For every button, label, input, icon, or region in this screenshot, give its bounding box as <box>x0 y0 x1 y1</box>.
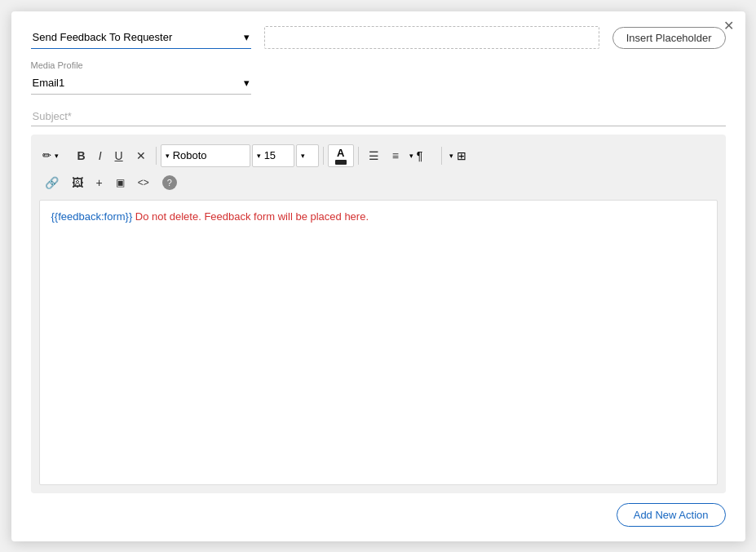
bold-button[interactable]: B <box>72 146 91 166</box>
color-indicator <box>335 160 347 165</box>
italic-button[interactable]: I <box>93 146 108 166</box>
toolbar-row2: 🔗 🖼 + ▣ <> ? <box>39 172 718 193</box>
editor-notice: Do not delete. Feedback form will be pla… <box>132 210 369 223</box>
help-icon: ? <box>162 175 177 190</box>
media-select-wrap: Email1 ▾ <box>31 72 251 95</box>
media-profile-label: Media Profile <box>31 60 251 70</box>
link-button[interactable]: 🔗 <box>39 173 64 192</box>
toolbar-separator-2 <box>323 147 324 165</box>
highlight-dropdown[interactable]: ✏ ▾ <box>39 144 70 167</box>
list-unordered-icon: ☰ <box>369 149 379 162</box>
font-dropdown-chevron-icon: ▾ <box>166 152 170 160</box>
paragraph-icon: ¶ <box>417 149 423 162</box>
code-button[interactable]: <> <box>132 174 155 192</box>
toolbar-row1: ✏ ▾ B I U ✕ ▾ Roboto ▾ 15 ▾ <box>39 144 718 167</box>
toolbar-separator-3 <box>358 147 359 165</box>
embed-icon: ▣ <box>116 177 125 188</box>
list-ordered-button[interactable]: ≡ <box>387 146 405 166</box>
footer-row: Add New Action <box>31 493 726 527</box>
template-code: {{feedback:form}} <box>51 210 133 223</box>
close-button[interactable]: ✕ <box>723 20 734 33</box>
list-unordered-button[interactable]: ☰ <box>363 146 385 166</box>
link-icon: 🔗 <box>45 176 59 189</box>
media-profile-value: Email1 <box>33 77 65 89</box>
media-profile-wrap: Media Profile Email1 ▾ <box>31 60 251 95</box>
paragraph-dropdown-chevron-icon: ▾ <box>409 152 413 160</box>
toolbar-separator-4 <box>441 147 442 165</box>
add-button[interactable]: + <box>91 173 108 192</box>
action-dropdown-chevron: ▾ <box>244 31 250 43</box>
subject-input[interactable] <box>31 106 726 126</box>
highlight-icon: ✏ <box>42 149 51 161</box>
dashed-placeholder-box <box>264 26 599 49</box>
table-icon: ⊞ <box>457 149 466 162</box>
editor-area: ✏ ▾ B I U ✕ ▾ Roboto ▾ 15 ▾ <box>31 135 726 493</box>
action-dropdown-value: Send Feedback To Requester <box>33 31 173 43</box>
image-icon: 🖼 <box>72 176 83 189</box>
underline-button[interactable]: U <box>109 146 129 166</box>
extra-chevron-icon: ▾ <box>301 152 305 160</box>
modal-container: ✕ Send Feedback To Requester ▾ Insert Pl… <box>11 11 745 541</box>
size-dropdown[interactable]: ▾ 15 <box>252 144 294 167</box>
add-icon: + <box>96 176 103 189</box>
font-color-label: A <box>337 147 344 159</box>
size-dropdown-chevron-icon: ▾ <box>257 152 261 160</box>
help-button[interactable]: ? <box>157 172 183 193</box>
media-profile-dropdown[interactable]: Email1 ▾ <box>31 72 251 95</box>
embed-button[interactable]: ▣ <box>110 174 130 192</box>
top-row: Send Feedback To Requester ▾ Insert Plac… <box>31 26 726 49</box>
table-dropdown[interactable]: ▾ ⊞ <box>446 144 480 167</box>
paragraph-dropdown[interactable]: ▾ ¶ <box>406 144 437 167</box>
table-dropdown-chevron-icon: ▾ <box>449 152 453 160</box>
add-new-action-button[interactable]: Add New Action <box>617 503 726 527</box>
media-profile-row: Media Profile Email1 ▾ <box>31 60 726 95</box>
highlight-chevron-icon: ▾ <box>55 152 59 160</box>
toolbar-separator-1 <box>156 147 157 165</box>
action-dropdown[interactable]: Send Feedback To Requester ▾ <box>31 26 251 49</box>
action-select-wrap: Send Feedback To Requester ▾ <box>31 26 251 49</box>
font-dropdown[interactable]: ▾ Roboto <box>161 144 250 167</box>
strikethrough-button[interactable]: ✕ <box>130 146 152 166</box>
extra-dropdown[interactable]: ▾ <box>296 144 319 167</box>
size-value: 15 <box>264 149 276 161</box>
insert-placeholder-button[interactable]: Insert Placeholder <box>612 27 726 49</box>
media-chevron-icon: ▾ <box>244 77 250 89</box>
image-button[interactable]: 🖼 <box>66 173 89 192</box>
color-dropdown[interactable]: A <box>328 144 354 167</box>
subject-row <box>31 106 726 126</box>
font-value: Roboto <box>173 149 207 161</box>
editor-content[interactable]: {{feedback:form}} Do not delete. Feedbac… <box>39 200 718 485</box>
list-ordered-icon: ≡ <box>392 149 399 162</box>
editor-template-placeholder: {{feedback:form}} Do not delete. Feedbac… <box>51 210 369 223</box>
code-icon: <> <box>138 177 149 188</box>
